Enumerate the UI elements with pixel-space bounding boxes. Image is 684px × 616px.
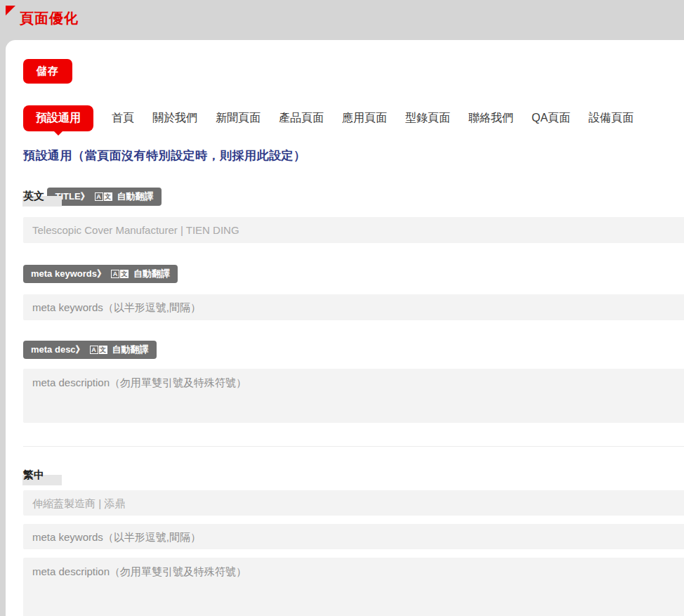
tab-default-general[interactable]: 預設通用 [23,105,93,131]
english-section-label: 英文 [23,190,44,202]
english-title-input[interactable] [23,217,684,243]
chinese-title-input[interactable] [23,490,684,516]
tab-qa[interactable]: QA頁面 [532,111,570,126]
chinese-keywords-input[interactable] [23,524,684,549]
tab-about[interactable]: 關於我們 [152,111,197,126]
tab-home[interactable]: 首頁 [112,111,134,126]
english-keywords-input[interactable] [23,294,684,320]
desc-field-label: meta desc》 [31,344,85,355]
translate-icon: A 文 [90,346,107,354]
page-title: 頁面優化 [20,9,79,28]
tab-products[interactable]: 產品頁面 [279,111,324,126]
section-heading: 預設通用（當頁面沒有特別設定時，則採用此設定） [23,148,684,164]
translate-icon: A 文 [111,270,129,278]
tab-equipment[interactable]: 設備頁面 [588,111,633,126]
auto-translate-label: 自動翻譯 [133,268,170,280]
page-header: 頁面優化 [0,0,684,40]
content-card: 儲存 預設通用 首頁 關於我們 新聞頁面 產品頁面 應用頁面 型錄頁面 聯絡我們… [6,40,684,616]
section-divider [23,446,684,447]
tab-news[interactable]: 新聞頁面 [216,111,261,126]
tab-applications[interactable]: 應用頁面 [342,111,387,126]
auto-translate-label: 自動翻譯 [112,344,149,355]
translate-icon: A 文 [95,192,112,201]
chinese-description-textarea[interactable] [23,558,684,616]
chinese-section-label: 繁中 [23,468,44,481]
tab-catalog[interactable]: 型錄頁面 [405,111,450,126]
keywords-field-label: meta keywords》 [31,268,106,280]
desc-auto-translate-button[interactable]: meta desc》 A 文 自動翻譯 [23,341,157,359]
keywords-auto-translate-button[interactable]: meta keywords》 A 文 自動翻譯 [23,265,178,283]
auto-translate-label: 自動翻譯 [117,191,154,202]
save-button[interactable]: 儲存 [23,59,72,84]
page-tabs: 預設通用 首頁 關於我們 新聞頁面 產品頁面 應用頁面 型錄頁面 聯絡我們 QA… [23,105,684,131]
tab-contact[interactable]: 聯絡我們 [468,111,513,126]
corner-flag-icon [6,6,15,15]
english-description-textarea[interactable] [23,369,684,423]
title-auto-translate-button[interactable]: TITLE》 A 文 自動翻譯 [47,188,161,206]
